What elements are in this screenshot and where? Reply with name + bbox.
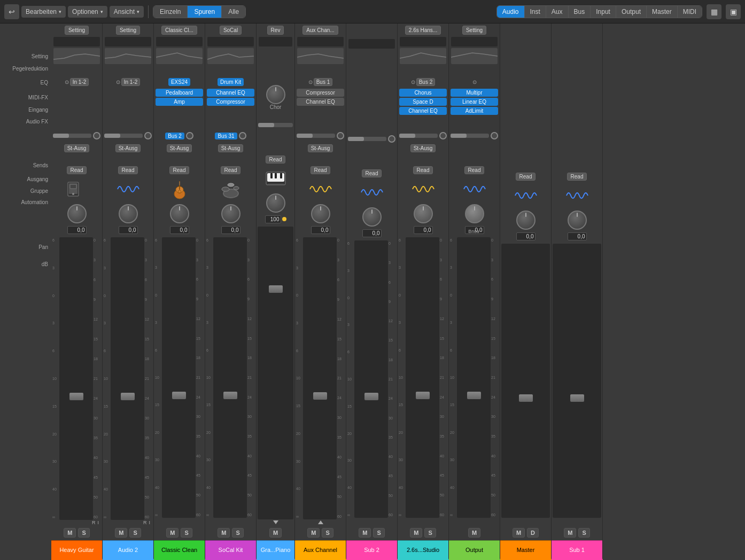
- ch8-eq[interactable]: [400, 48, 446, 64]
- ch3-fader-thumb[interactable]: [172, 392, 186, 399]
- ch9-fx-adlimit[interactable]: AdLimit: [451, 107, 498, 115]
- ch10-fader-track[interactable]: [501, 244, 550, 518]
- ch4-fx-channeleq[interactable]: Channel EQ: [207, 89, 254, 97]
- ch3-send-tag[interactable]: Bus 2: [165, 133, 184, 139]
- ch4-pan-knob[interactable]: [221, 204, 240, 223]
- ch4-fx-compressor[interactable]: Compressor: [207, 98, 254, 106]
- ansicht-menu[interactable]: Ansicht ▾: [110, 6, 144, 18]
- ch4-fader-track[interactable]: [213, 237, 247, 518]
- ch9-name-bar[interactable]: Output: [449, 540, 500, 558]
- ch2-input-tag[interactable]: In 1-2: [121, 78, 141, 86]
- ch3-m-btn[interactable]: M: [166, 528, 179, 538]
- ch2-fader-thumb[interactable]: [121, 393, 135, 400]
- ch2-setting-btn[interactable]: Setting: [116, 26, 140, 35]
- ch3-eq[interactable]: [156, 48, 203, 64]
- ch9-fx-multipr[interactable]: Multipr: [451, 89, 498, 97]
- ch5-fader-thumb[interactable]: [269, 285, 283, 293]
- ch6-fx-compressor[interactable]: Compressor: [297, 89, 344, 97]
- ch4-eq[interactable]: [207, 48, 254, 64]
- ch9-fader-track[interactable]: Bnce: [457, 237, 491, 518]
- ch6-fx-channeleq[interactable]: Channel EQ: [297, 98, 344, 106]
- ch1-m-btn[interactable]: M: [64, 528, 76, 538]
- ch5-chorus-knob[interactable]: [266, 85, 285, 104]
- ch7-s-btn[interactable]: S: [373, 528, 384, 538]
- ch6-setting-btn[interactable]: Aux Chan...: [302, 26, 338, 35]
- ch6-s-btn[interactable]: S: [322, 528, 333, 538]
- ch1-s-btn[interactable]: S: [78, 528, 89, 538]
- ch6-input-tag[interactable]: Bus 1: [314, 78, 333, 86]
- ch8-fx-channeleq[interactable]: Channel EQ: [399, 107, 447, 115]
- ch1-fader-track[interactable]: [59, 237, 93, 520]
- ch4-setting-btn[interactable]: SoCal: [220, 26, 242, 35]
- ch8-s-btn[interactable]: S: [424, 528, 436, 538]
- ch1-input-tag[interactable]: In 1-2: [70, 78, 89, 86]
- ch10-db-input[interactable]: 0,0: [516, 232, 536, 240]
- ch9-fx-lineareq[interactable]: Linear EQ: [451, 98, 498, 106]
- ch9-fader-thumb[interactable]: [467, 392, 481, 399]
- type-audio[interactable]: Audio: [497, 6, 525, 18]
- ch1-sends-knob[interactable]: [93, 132, 100, 139]
- ch7-name-bar[interactable]: Sub 2: [346, 540, 397, 558]
- ch8-fx-spaced[interactable]: Space D: [399, 98, 447, 106]
- ch11-m-btn[interactable]: M: [564, 528, 576, 538]
- ch8-auto-btn[interactable]: Read: [413, 166, 433, 174]
- ch1-eq[interactable]: [53, 48, 100, 64]
- bearbeiten-menu[interactable]: Bearbeiten ▾: [21, 6, 66, 18]
- segment-einzeln[interactable]: Einzeln: [153, 6, 188, 18]
- ch3-auto-btn[interactable]: Read: [169, 166, 190, 174]
- ch4-m-btn[interactable]: M: [218, 528, 230, 538]
- ch3-fx-amp[interactable]: Amp: [156, 98, 203, 106]
- ch7-fader-thumb[interactable]: [364, 393, 378, 400]
- ch7-sends-slider[interactable]: [348, 137, 386, 141]
- ch7-sends-knob[interactable]: [388, 135, 395, 143]
- ch3-ausgang-btn[interactable]: St-Ausg: [167, 144, 192, 152]
- ch5-m-btn[interactable]: M: [269, 528, 282, 538]
- ch2-m-btn[interactable]: M: [115, 528, 127, 538]
- ch4-sends-knob[interactable]: [239, 132, 246, 139]
- ch6-db-input[interactable]: 0,0: [311, 226, 330, 234]
- ch5-db-input[interactable]: 100: [265, 215, 281, 223]
- type-output[interactable]: Output: [616, 6, 647, 18]
- ch2-sends-knob[interactable]: [144, 132, 152, 139]
- type-master[interactable]: Master: [647, 6, 678, 18]
- ch5-auto-btn[interactable]: Read: [266, 155, 286, 164]
- ch3-db-input[interactable]: 0,0: [170, 226, 189, 234]
- ch5-fader-track[interactable]: [258, 227, 293, 519]
- ch4-s-btn[interactable]: S: [232, 528, 243, 538]
- ch8-fx-chorus[interactable]: Chorus: [399, 89, 447, 97]
- ch5-setting-btn[interactable]: Rev: [267, 26, 284, 35]
- ch4-db-input[interactable]: 0,0: [221, 226, 240, 234]
- ch7-fader-track[interactable]: [354, 240, 388, 518]
- ch8-pan-knob[interactable]: [414, 204, 433, 223]
- ch6-name-bar[interactable]: Aux Channel: [295, 540, 346, 558]
- ch8-name-bar[interactable]: 2.6s...Studio: [398, 540, 448, 558]
- ch1-fader-thumb[interactable]: [69, 393, 83, 400]
- ch10-m-btn[interactable]: M: [513, 528, 525, 538]
- ch5-name-bar[interactable]: Gra...Piano: [257, 540, 294, 558]
- ch4-send-tag[interactable]: Bus 31: [215, 133, 237, 139]
- ch9-auto-btn[interactable]: Read: [464, 166, 485, 174]
- ch2-s-btn[interactable]: S: [129, 528, 141, 538]
- ch3-fx-pedalboard[interactable]: Pedalboard: [156, 89, 203, 97]
- ch2-auto-btn[interactable]: Read: [118, 166, 138, 174]
- ch8-sends-slider[interactable]: [399, 134, 438, 138]
- ch3-fader-track[interactable]: [162, 237, 196, 518]
- type-input[interactable]: Input: [591, 6, 616, 18]
- ch8-fader-track[interactable]: [406, 237, 439, 518]
- ch6-pan-knob[interactable]: [311, 204, 330, 223]
- ch1-pan-knob[interactable]: [67, 204, 87, 223]
- ch9-pan-knob[interactable]: [465, 204, 484, 223]
- segment-spuren[interactable]: Spuren: [188, 6, 222, 18]
- ch6-fader-thumb[interactable]: [313, 392, 327, 400]
- ch4-name-bar[interactable]: SoCal Kit: [205, 540, 256, 558]
- ch5-sends-slider[interactable]: [258, 123, 293, 127]
- type-midi[interactable]: MIDI: [678, 6, 702, 18]
- view-icon-2[interactable]: ▣: [726, 4, 741, 19]
- ch2-pan-knob[interactable]: [119, 204, 138, 223]
- ch7-db-input[interactable]: 0,0: [362, 229, 382, 237]
- ch8-setting-btn[interactable]: 2.6s Hans...: [405, 26, 441, 35]
- ch2-eq[interactable]: [105, 48, 151, 64]
- ch6-auto-btn[interactable]: Read: [311, 166, 331, 174]
- ch11-s-btn[interactable]: S: [578, 528, 589, 538]
- ch3-s-btn[interactable]: S: [181, 528, 192, 538]
